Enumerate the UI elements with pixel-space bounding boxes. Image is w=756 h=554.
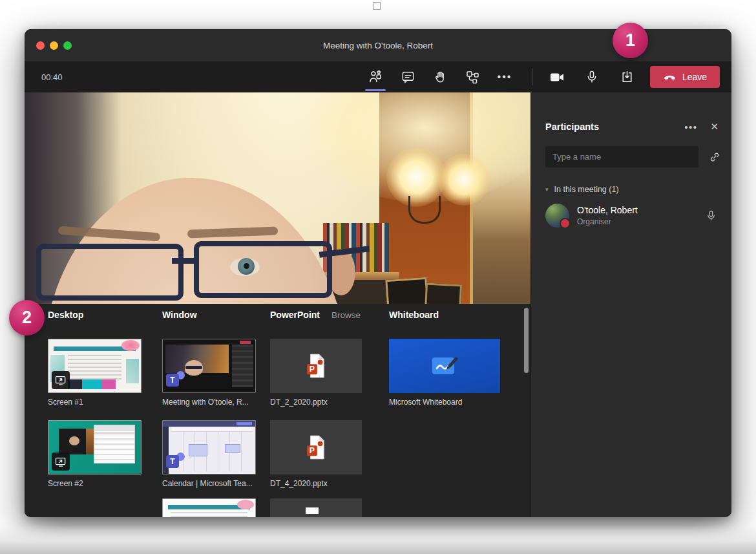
participant-mic-icon[interactable] (705, 209, 717, 222)
whiteboard-section-header: Whiteboard (389, 310, 503, 321)
active-tab-underline (365, 89, 386, 91)
raise-hand-icon[interactable] (432, 69, 448, 85)
screen-share-icon (52, 371, 70, 389)
share-meeting-window-tile[interactable]: T (162, 339, 256, 393)
camera-icon[interactable] (549, 69, 565, 85)
leave-button-label: Leave (682, 72, 707, 82)
share-tile-label: Microsoft Whiteboard (389, 398, 503, 407)
glasses (36, 241, 372, 297)
svg-text:P: P (310, 365, 315, 374)
in-meeting-section-label: In this meeting (1) (554, 185, 619, 194)
share-screen-2-tile[interactable] (48, 420, 142, 474)
whiteboard-icon (430, 354, 459, 378)
teams-logo-icon: T (166, 371, 185, 390)
avatar (545, 204, 569, 228)
rooms-icon[interactable] (465, 69, 480, 85)
meeting-timer: 00:40 (41, 72, 63, 82)
meeting-toolbar: 00:40 (25, 61, 731, 92)
share-ppt-3-tile-partial[interactable] (270, 498, 362, 517)
section-collapse-icon[interactable]: ▾ (545, 186, 549, 193)
annotation-step-2-badge: 2 (9, 300, 45, 336)
panel-more-icon[interactable]: ••• (684, 122, 697, 133)
zoom-window-button[interactable] (63, 41, 72, 50)
powerpoint-section-header: PowerPoint Browse (270, 310, 373, 321)
close-window-button[interactable] (36, 41, 45, 50)
share-tray: Desktop Screen #1 (25, 304, 530, 517)
tray-scrollbar[interactable] (524, 308, 529, 373)
video-stage: Desktop Screen #1 (25, 92, 530, 517)
participant-role: Organiser (577, 217, 705, 226)
share-tile-label: Screen #1 (48, 398, 145, 407)
share-window-tile-partial[interactable] (162, 498, 256, 517)
participants-icon[interactable] (368, 69, 383, 85)
hang-up-icon (663, 70, 677, 84)
share-ppt-1-tile[interactable]: P (270, 339, 362, 393)
browse-link[interactable]: Browse (331, 310, 361, 320)
window-title: Meeting with O'toole, Robert (323, 41, 433, 50)
share-tile-label: Meeting with O'toole, R... (162, 398, 259, 407)
participant-search-input[interactable] (545, 146, 698, 167)
share-calendar-window-tile[interactable]: T (162, 420, 256, 474)
participants-title: Participants (545, 122, 684, 132)
copy-link-icon[interactable] (708, 151, 721, 164)
teams-meeting-window: Meeting with O'toole, Robert 00:40 (25, 29, 731, 517)
share-tile-label: Calendar | Microsoft Tea... (162, 479, 259, 488)
screen-share-icon (52, 453, 70, 471)
traffic-lights (36, 29, 72, 61)
chat-icon[interactable] (400, 69, 415, 85)
share-tile-label: DT_4_2020.pptx (270, 479, 373, 488)
powerpoint-file-icon: P (306, 353, 326, 379)
page-bottom-gradient (0, 526, 756, 554)
share-screen-1-tile[interactable] (48, 339, 142, 393)
teams-logo-icon: T (166, 453, 185, 471)
share-whiteboard-tile[interactable] (389, 339, 500, 393)
participant-row[interactable]: O'toole, Robert Organiser (545, 204, 722, 228)
window-section-header: Window (162, 310, 259, 321)
svg-text:P: P (310, 446, 315, 455)
more-options-icon[interactable]: ••• (497, 69, 512, 85)
participants-panel: Participants ••• ✕ ▾ In this meeting (1) (530, 92, 731, 517)
leave-button[interactable]: Leave (650, 66, 720, 88)
panel-close-icon[interactable]: ✕ (710, 121, 719, 133)
meeting-controls: ••• (368, 69, 512, 85)
annotation-step-1-badge: 1 (613, 23, 648, 58)
presence-busy-dot (560, 218, 571, 229)
toolbar-divider (532, 69, 532, 85)
share-tile-label: DT_2_2020.pptx (270, 398, 373, 407)
minimize-window-button[interactable] (50, 41, 58, 50)
share-tray-icon[interactable] (619, 69, 635, 85)
share-tile-label: Screen #2 (48, 479, 145, 488)
powerpoint-file-icon: P (306, 434, 326, 460)
desktop-section-header: Desktop (48, 310, 145, 321)
share-ppt-2-tile[interactable]: P (270, 420, 362, 474)
device-controls (549, 69, 635, 85)
page-marker-square (373, 2, 381, 10)
microphone-icon[interactable] (584, 69, 600, 85)
participant-name: O'toole, Robert (577, 205, 705, 215)
